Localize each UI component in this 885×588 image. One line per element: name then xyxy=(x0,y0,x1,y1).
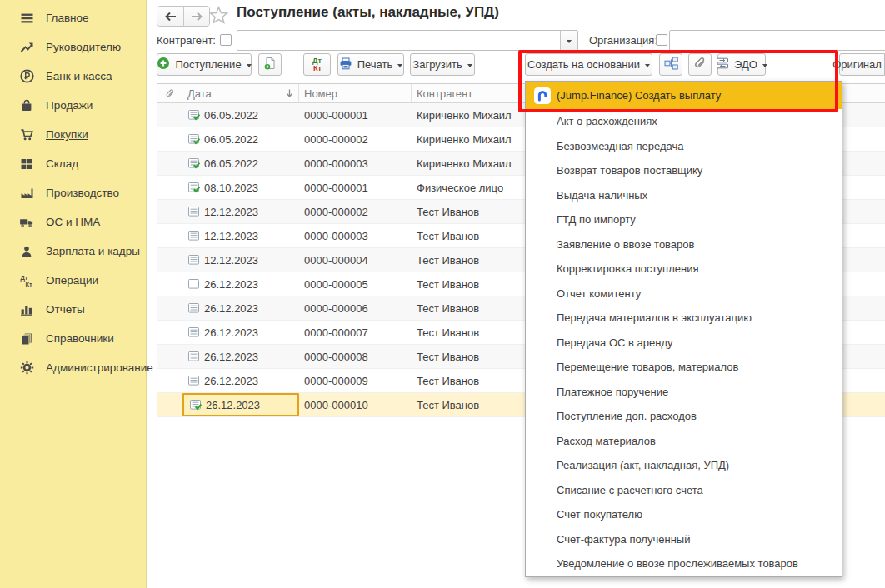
sidebar-item-zarplata-i-kadry[interactable]: Зарплата и кадры xyxy=(0,237,146,266)
column-header-number[interactable]: Номер xyxy=(299,84,412,102)
menu-item[interactable]: ГТД по импорту xyxy=(526,207,842,232)
menu-item[interactable]: Акт о расхождениях xyxy=(526,109,842,134)
attachments-button[interactable] xyxy=(688,53,712,76)
new-receipt-button[interactable]: Поступление xyxy=(157,53,252,76)
dtkt-postings-button[interactable]: ДтКт xyxy=(303,53,331,76)
menu-item-label: Счет-фактура полученный xyxy=(557,533,690,546)
bar-chart-icon xyxy=(18,301,35,318)
menu-item[interactable]: Возврат товаров поставщику xyxy=(526,158,842,183)
sidebar-item-label: Справочники xyxy=(46,332,114,345)
menu-item-label: Безвозмездная передача xyxy=(557,140,683,152)
create-based-on-button[interactable]: Создать на основании xyxy=(525,53,652,76)
menu-item-label: Передача материалов в эксплуатацию xyxy=(557,311,752,324)
menu-item[interactable]: Уведомление о ввозе прослеживаемых товар… xyxy=(526,551,842,576)
column-header-date[interactable]: Дата xyxy=(182,84,299,102)
document-icon xyxy=(188,279,200,290)
menu-item[interactable]: Корректировка поступления xyxy=(526,257,842,282)
boxes-icon xyxy=(18,156,35,172)
date-value: 26.12.2023 xyxy=(204,302,258,315)
date-cell: 08.10.2023 xyxy=(182,176,299,199)
sidebar-item-label: Главное xyxy=(46,12,89,24)
chevron-down-icon xyxy=(247,64,252,67)
column-header-attachment[interactable] xyxy=(158,84,182,102)
number-cell: 0000-000001 xyxy=(299,176,412,199)
menu-item-label: Возврат товаров поставщику xyxy=(557,164,702,177)
date-cell: 06.05.2022 xyxy=(182,103,299,127)
date-cell: 26.12.2023 xyxy=(182,321,299,344)
svg-text:Кт: Кт xyxy=(25,281,32,287)
menu-item[interactable]: Безвозмездная передача xyxy=(526,134,842,159)
menu-item[interactable]: Поступление доп. расходов xyxy=(526,404,842,429)
menu-item[interactable]: Списание с расчетного счета xyxy=(526,478,842,503)
printer-icon xyxy=(339,57,352,72)
menu-item[interactable]: Передача материалов в эксплуатацию xyxy=(526,306,842,331)
sidebar-item-rukovoditelyu[interactable]: Руководителю xyxy=(0,32,146,62)
date-cell: 26.12.2023 xyxy=(182,296,299,320)
attachment-cell xyxy=(158,127,182,151)
paperclip-icon xyxy=(693,57,707,72)
sidebar-item-proizvodstvo[interactable]: Производство xyxy=(0,178,146,207)
load-label: Загрузить xyxy=(412,58,462,71)
related-documents-button[interactable] xyxy=(659,53,682,76)
sidebar-item-os-i-nma[interactable]: ОС и НМА xyxy=(0,207,146,237)
menu-item[interactable]: Счет покупателю xyxy=(526,502,842,527)
organization-filter-checkbox[interactable] xyxy=(656,34,668,46)
attachment-cell xyxy=(158,393,182,416)
copy-button[interactable] xyxy=(258,53,282,76)
back-button[interactable] xyxy=(158,7,183,26)
history-nav xyxy=(157,6,210,27)
menu-item[interactable]: Отчет комитенту xyxy=(526,282,842,306)
favorite-star-icon[interactable] xyxy=(209,6,228,25)
sidebar-item-glavnoe[interactable]: Главное xyxy=(0,3,146,32)
posted-document-icon xyxy=(188,182,200,193)
person-icon xyxy=(18,243,35,260)
sidebar-item-prodazhi[interactable]: Продажи xyxy=(0,91,146,120)
organization-filter-input[interactable] xyxy=(670,31,885,50)
date-cell: 06.05.2022 xyxy=(182,127,299,151)
menu-item-label: Платежное поручение xyxy=(557,386,668,398)
print-button[interactable]: Печать xyxy=(338,53,404,76)
menu-item[interactable]: Перемещение товаров, материалов xyxy=(526,355,842,380)
menu-item-label: ГТД по импорту xyxy=(557,213,636,226)
gear-icon xyxy=(18,360,35,376)
document-icon xyxy=(188,327,200,338)
sidebar-item-administrirovanie[interactable]: Администрирование xyxy=(0,353,146,382)
date-value: 26.12.2023 xyxy=(204,278,258,291)
document-icon xyxy=(188,303,200,314)
attachment-cell xyxy=(158,224,182,247)
menu-item[interactable]: Счет-фактура полученный xyxy=(526,527,842,552)
document-icon xyxy=(188,351,200,362)
counterparty-filter-input[interactable] xyxy=(238,31,560,50)
menu-item[interactable]: Выдача наличных xyxy=(526,183,842,208)
sort-descending-icon xyxy=(286,89,293,98)
menu-item[interactable]: Расход материалов xyxy=(526,429,842,454)
number-cell: 0000-000003 xyxy=(299,224,412,247)
forward-button[interactable] xyxy=(183,7,209,26)
menu-item[interactable]: Передача ОС в аренду xyxy=(526,331,842,356)
posted-document-icon xyxy=(189,400,202,411)
number-cell: 0000-000008 xyxy=(299,345,412,368)
number-cell: 0000-000006 xyxy=(299,296,412,320)
dtkt-icon: ДтКт xyxy=(309,57,325,72)
load-button[interactable]: Загрузить xyxy=(410,53,475,76)
menu-item[interactable]: Заявление о ввозе товаров xyxy=(526,232,842,257)
date-cell: 26.12.2023 xyxy=(182,393,299,416)
new-receipt-label: Поступление xyxy=(175,58,241,71)
counterparty-filter-checkbox[interactable] xyxy=(220,34,232,46)
menu-item[interactable]: Платежное поручение xyxy=(526,380,842,405)
original-button[interactable]: Оригинал xyxy=(839,53,885,76)
sidebar-item-sklad[interactable]: Склад xyxy=(0,149,146,178)
edo-button[interactable]: ЭДО xyxy=(718,53,766,76)
cart-icon xyxy=(18,127,35,143)
sidebar-item-spravochniki[interactable]: Справочники xyxy=(0,324,146,353)
sidebar-item-label: Администрирование xyxy=(46,361,153,374)
number-cell: 0000-000001 xyxy=(299,103,412,127)
counterparty-dropdown-button[interactable] xyxy=(560,31,578,50)
menu-item-highlighted[interactable]: (Jump.Finance) Создать выплату xyxy=(526,82,842,109)
sidebar-item-operatsii[interactable]: ДтКтОперации xyxy=(0,266,146,295)
sidebar-item-pokupki[interactable]: Покупки xyxy=(0,120,146,149)
sidebar-item-otchety[interactable]: Отчеты xyxy=(0,295,146,324)
menu-item[interactable]: Реализация (акт, накладная, УПД) xyxy=(526,453,842,478)
sidebar-item-bank-i-kassa[interactable]: Банк и касса xyxy=(0,62,146,91)
sidebar-item-label: Руководителю xyxy=(46,41,121,53)
